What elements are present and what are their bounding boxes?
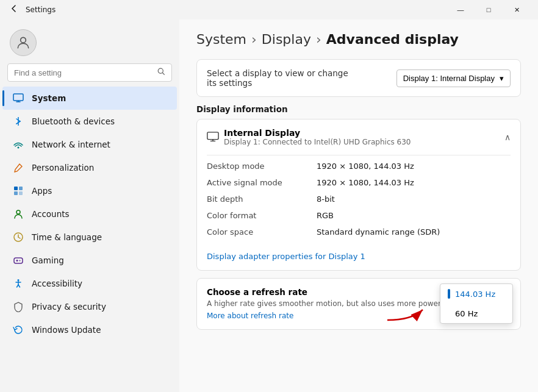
display-selector-row: Select a display to view or change its s… [196, 59, 521, 97]
sidebar-item-personalization[interactable]: Personalization [2, 156, 177, 179]
sidebar-item-accounts[interactable]: Accounts [2, 202, 177, 226]
svg-point-7 [18, 147, 20, 149]
refresh-option-144-label: 144.03 Hz [455, 290, 495, 299]
titlebar-left: Settings [7, 2, 56, 18]
monitor-icon [207, 131, 219, 143]
table-row: Bit depth 8-bit [207, 191, 511, 207]
time-icon [12, 231, 24, 243]
svg-point-19 [20, 260, 21, 262]
row-label-bitdepth: Bit depth [207, 194, 317, 204]
svg-rect-11 [19, 191, 23, 195]
display-card-header-left: Internal Display Display 1: Connected to… [207, 128, 411, 146]
breadcrumb-advanced: Advanced display [326, 32, 459, 47]
sidebar-item-bluetooth-label: Bluetooth & devices [32, 116, 115, 126]
row-value-desktop: 1920 × 1080, 144.03 Hz [317, 162, 414, 171]
svg-point-20 [18, 279, 20, 281]
row-label-colorspace: Color space [207, 227, 317, 237]
row-value-colorspace: Standard dynamic range (SDR) [317, 227, 440, 237]
sidebar-item-privacy[interactable]: Privacy & security [2, 295, 177, 318]
sidebar-item-gaming[interactable]: Gaming [2, 249, 177, 272]
row-label-desktop: Desktop mode [207, 162, 317, 171]
display-card-title: Internal Display [224, 128, 411, 138]
breadcrumb: System › Display › Advanced display [196, 32, 521, 47]
sidebar-item-network-label: Network & internet [32, 140, 110, 149]
sidebar-item-gaming-label: Gaming [32, 255, 64, 265]
accounts-icon [12, 208, 24, 220]
breadcrumb-sep1: › [251, 32, 257, 47]
avatar [10, 29, 37, 56]
display-card-header: Internal Display Display 1: Connected to… [197, 119, 520, 155]
svg-rect-9 [19, 187, 23, 190]
system-icon [12, 92, 24, 104]
minimize-button[interactable]: — [447, 0, 475, 20]
row-label-colorformat: Color format [207, 211, 317, 220]
sidebar-item-apps[interactable]: Apps [2, 179, 177, 202]
chevron-down-icon: ▾ [500, 74, 504, 83]
gaming-icon [12, 254, 24, 266]
breadcrumb-system: System [196, 32, 246, 47]
collapse-button[interactable]: ∧ [504, 132, 511, 142]
refresh-rate-card: Choose a refresh rate A higher rate give… [196, 278, 521, 330]
update-icon [12, 324, 24, 336]
svg-rect-10 [14, 191, 18, 195]
sidebar-item-apps-label: Apps [32, 186, 52, 196]
svg-point-12 [16, 210, 20, 214]
breadcrumb-display: Display [262, 32, 311, 47]
search-box[interactable] [7, 63, 172, 82]
svg-rect-16 [14, 258, 23, 263]
table-row: Active signal mode 1920 × 1080, 144.03 H… [207, 174, 511, 191]
user-section [0, 20, 179, 63]
display-info-card: Internal Display Display 1: Connected to… [196, 119, 521, 271]
network-icon [12, 138, 24, 151]
sidebar-item-accounts-label: Accounts [32, 209, 70, 219]
window-controls: — □ ✕ [447, 0, 531, 20]
adapter-link-row: Display adapter properties for Display 1 [197, 245, 520, 270]
display-card-title-group: Internal Display Display 1: Connected to… [224, 128, 411, 146]
sidebar-item-system[interactable]: System [2, 87, 177, 110]
sidebar-item-system-label: System [32, 93, 66, 103]
sidebar-item-accessibility[interactable]: Accessibility [2, 272, 177, 295]
row-value-bitdepth: 8-bit [317, 194, 335, 204]
app-body: System Bluetooth & devices Network & [0, 20, 538, 392]
adapter-properties-link[interactable]: Display adapter properties for Display 1 [207, 252, 365, 261]
display-dropdown[interactable]: Display 1: Internal Display ▾ [396, 69, 511, 87]
maximize-button[interactable]: □ [475, 0, 503, 20]
table-row: Color format RGB [207, 207, 511, 224]
titlebar: Settings — □ ✕ [0, 0, 538, 20]
search-input[interactable] [14, 68, 152, 77]
refresh-option-144[interactable]: 144.03 Hz [440, 284, 512, 304]
sidebar-item-accessibility-label: Accessibility [32, 279, 82, 288]
brush-icon [12, 162, 24, 174]
table-row: Desktop mode 1920 × 1080, 144.03 Hz [207, 158, 511, 174]
close-button[interactable]: ✕ [503, 0, 531, 20]
search-icon [157, 68, 165, 77]
apps-icon [12, 185, 24, 197]
privacy-icon [12, 301, 24, 313]
svg-line-2 [163, 73, 165, 75]
sidebar-item-network[interactable]: Network & internet [2, 133, 177, 156]
refresh-more-link[interactable]: More about refresh rate [207, 312, 293, 320]
row-value-signal: 1920 × 1080, 144.03 Hz [317, 178, 414, 187]
svg-line-24 [18, 285, 20, 287]
back-button[interactable] [7, 2, 21, 18]
sidebar-item-privacy-label: Privacy & security [32, 302, 106, 312]
bluetooth-icon [12, 115, 24, 127]
sidebar-item-update[interactable]: Windows Update [2, 318, 177, 341]
sidebar-item-update-label: Windows Update [32, 325, 101, 335]
sidebar-item-bluetooth[interactable]: Bluetooth & devices [2, 110, 177, 133]
svg-line-15 [18, 237, 20, 238]
refresh-option-60-label: 60 Hz [455, 309, 478, 318]
row-label-signal: Active signal mode [207, 178, 317, 187]
svg-point-0 [21, 37, 26, 43]
breadcrumb-sep2: › [316, 32, 321, 47]
display-info-section-header: Display information [196, 104, 521, 114]
sidebar-item-time-label: Time & language [32, 232, 102, 242]
selector-label: Select a display to view or change its s… [207, 68, 353, 88]
svg-rect-3 [13, 94, 23, 101]
refresh-rate-dropdown[interactable]: 144.03 Hz 60 Hz [440, 283, 513, 324]
refresh-option-60[interactable]: 60 Hz [440, 304, 512, 323]
sidebar-item-time[interactable]: Time & language [2, 226, 177, 249]
svg-rect-25 [207, 132, 218, 140]
row-value-colorformat: RGB [317, 211, 334, 220]
table-row: Color space Standard dynamic range (SDR) [207, 224, 511, 240]
